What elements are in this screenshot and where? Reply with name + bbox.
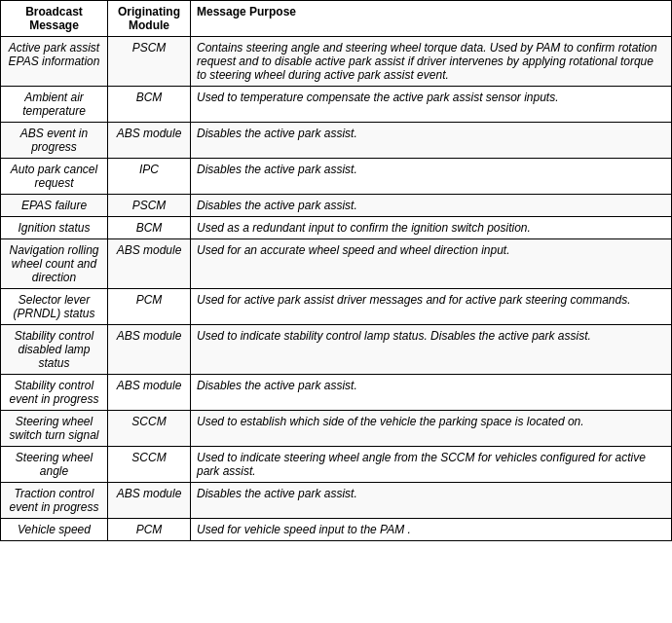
purpose-cell: Disables the active park assist.	[191, 375, 672, 411]
table-row: Stability control disabled lamp statusAB…	[1, 325, 672, 375]
originating-cell: PSCM	[108, 37, 191, 87]
originating-cell: SCCM	[108, 447, 191, 483]
purpose-cell: Used as a redundant input to confirm the…	[191, 217, 672, 239]
header-purpose: Message Purpose	[191, 1, 672, 37]
purpose-cell: Used to indicate stability control lamp …	[191, 325, 672, 375]
originating-cell: PCM	[108, 519, 191, 541]
purpose-cell: Used to temperature compensate the activ…	[191, 87, 672, 123]
originating-cell: PSCM	[108, 195, 191, 217]
header-originating: Originating Module	[108, 1, 191, 37]
broadcast-cell: Navigation rolling wheel count and direc…	[1, 239, 108, 289]
originating-cell: ABS module	[108, 123, 191, 159]
purpose-cell: Used to indicate steering wheel angle fr…	[191, 447, 672, 483]
purpose-cell: Used for an accurate wheel speed and whe…	[191, 239, 672, 289]
broadcast-cell: Auto park cancel request	[1, 159, 108, 195]
originating-cell: BCM	[108, 87, 191, 123]
broadcast-cell: ABS event in progress	[1, 123, 108, 159]
originating-cell: ABS module	[108, 375, 191, 411]
broadcast-cell: Ambient air temperature	[1, 87, 108, 123]
broadcast-cell: Steering wheel switch turn signal	[1, 411, 108, 447]
table-row: Steering wheel angleSCCMUsed to indicate…	[1, 447, 672, 483]
purpose-cell: Used to establish which side of the vehi…	[191, 411, 672, 447]
originating-cell: ABS module	[108, 239, 191, 289]
originating-cell: IPC	[108, 159, 191, 195]
purpose-cell: Disables the active park assist.	[191, 483, 672, 519]
broadcast-cell: Vehicle speed	[1, 519, 108, 541]
broadcast-cell: Stability control event in progress	[1, 375, 108, 411]
table-row: Traction control event in progressABS mo…	[1, 483, 672, 519]
broadcast-cell: Selector lever (PRNDL) status	[1, 289, 108, 325]
originating-cell: ABS module	[108, 483, 191, 519]
broadcast-cell: Steering wheel angle	[1, 447, 108, 483]
table-row: Auto park cancel requestIPCDisables the …	[1, 159, 672, 195]
header-broadcast: Broadcast Message	[1, 1, 108, 37]
table-row: Active park assist EPAS informationPSCMC…	[1, 37, 672, 87]
table-row: Vehicle speedPCMUsed for vehicle speed i…	[1, 519, 672, 541]
purpose-cell: Disables the active park assist.	[191, 195, 672, 217]
table-row: ABS event in progressABS moduleDisables …	[1, 123, 672, 159]
originating-cell: ABS module	[108, 325, 191, 375]
purpose-cell: Disables the active park assist.	[191, 159, 672, 195]
originating-cell: SCCM	[108, 411, 191, 447]
table-row: Ignition statusBCMUsed as a redundant in…	[1, 217, 672, 239]
purpose-cell: Contains steering angle and steering whe…	[191, 37, 672, 87]
broadcast-cell: EPAS failure	[1, 195, 108, 217]
table-row: Ambient air temperatureBCMUsed to temper…	[1, 87, 672, 123]
broadcast-cell: Active park assist EPAS information	[1, 37, 108, 87]
table-row: Selector lever (PRNDL) statusPCMUsed for…	[1, 289, 672, 325]
purpose-cell: Used for active park assist driver messa…	[191, 289, 672, 325]
originating-cell: BCM	[108, 217, 191, 239]
broadcast-cell: Stability control disabled lamp status	[1, 325, 108, 375]
broadcast-messages-table: Broadcast Message Originating Module Mes…	[0, 0, 672, 541]
table-row: Stability control event in progressABS m…	[1, 375, 672, 411]
broadcast-cell: Ignition status	[1, 217, 108, 239]
purpose-cell: Disables the active park assist.	[191, 123, 672, 159]
table-row: EPAS failurePSCMDisables the active park…	[1, 195, 672, 217]
purpose-cell: Used for vehicle speed input to the PAM …	[191, 519, 672, 541]
broadcast-cell: Traction control event in progress	[1, 483, 108, 519]
table-row: Navigation rolling wheel count and direc…	[1, 239, 672, 289]
originating-cell: PCM	[108, 289, 191, 325]
table-row: Steering wheel switch turn signalSCCMUse…	[1, 411, 672, 447]
